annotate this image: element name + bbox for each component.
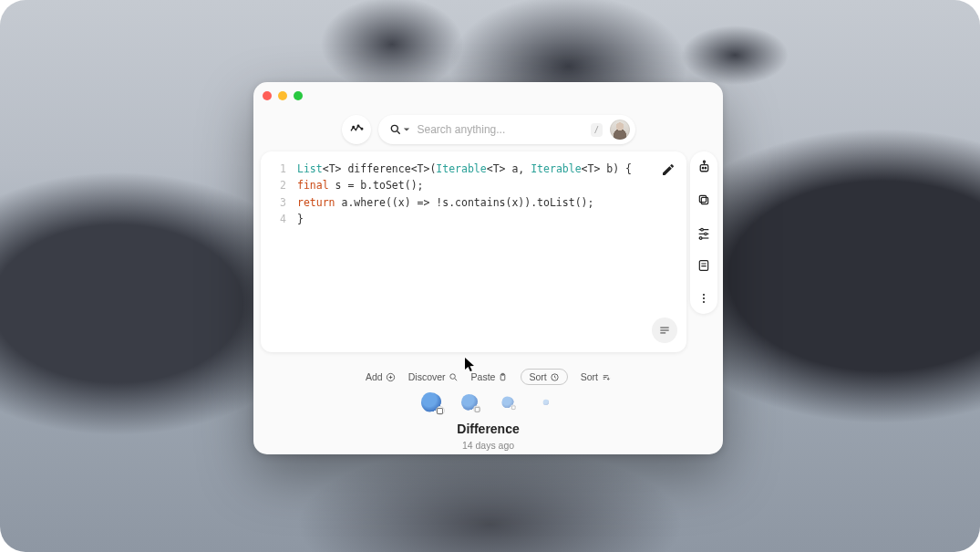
carousel-item-4[interactable] bbox=[542, 400, 549, 406]
sliders-icon bbox=[696, 225, 711, 240]
search-shortcut-hint: / bbox=[591, 123, 603, 137]
svg-point-18 bbox=[705, 233, 707, 235]
carousel-item-3[interactable] bbox=[501, 396, 513, 408]
paste-label: Paste bbox=[471, 371, 496, 382]
app-logo-button[interactable] bbox=[342, 115, 371, 144]
code-snippet-card: 1List<T> difference<T>(Iterable<T> a, It… bbox=[261, 151, 686, 352]
add-button[interactable]: Add bbox=[366, 371, 396, 382]
svg-point-0 bbox=[352, 127, 354, 129]
avatar[interactable] bbox=[610, 120, 630, 140]
search-input[interactable] bbox=[418, 123, 583, 136]
maximize-window-button[interactable] bbox=[294, 91, 303, 100]
search-icon bbox=[389, 123, 410, 136]
code-badge-icon bbox=[436, 406, 445, 415]
window-controls bbox=[263, 91, 303, 100]
discover-button[interactable]: Discover bbox=[408, 371, 459, 382]
sort-pill-label: Sort bbox=[529, 371, 546, 382]
settings-button[interactable] bbox=[694, 223, 714, 243]
svg-point-2 bbox=[361, 129, 363, 130]
mouse-cursor bbox=[465, 358, 476, 372]
note-icon bbox=[696, 258, 711, 273]
copy-icon bbox=[696, 193, 711, 207]
line-number: 1 bbox=[270, 161, 286, 177]
svg-line-31 bbox=[454, 378, 456, 380]
top-bar: / bbox=[253, 115, 723, 144]
svg-rect-21 bbox=[699, 261, 707, 271]
add-label: Add bbox=[366, 371, 383, 382]
robot-button[interactable] bbox=[694, 157, 714, 177]
plus-circle-icon bbox=[386, 372, 396, 382]
code-badge-icon bbox=[473, 405, 480, 412]
svg-rect-14 bbox=[699, 195, 706, 202]
sort-icon bbox=[601, 372, 611, 382]
clock-icon bbox=[550, 372, 560, 382]
sort-pill-button[interactable]: Sort bbox=[521, 369, 567, 385]
search-bar[interactable]: / bbox=[378, 115, 635, 144]
sparkle-icon bbox=[349, 122, 364, 137]
line-number: 2 bbox=[270, 177, 286, 193]
line-number: 4 bbox=[270, 211, 286, 227]
wrap-toggle-button[interactable] bbox=[652, 318, 677, 343]
carousel-item-1[interactable] bbox=[421, 392, 441, 412]
close-window-button[interactable] bbox=[263, 91, 272, 100]
carousel-item-2[interactable] bbox=[460, 394, 477, 411]
text-wrap-icon bbox=[658, 324, 671, 337]
code-body[interactable]: 1List<T> difference<T>(Iterable<T> a, It… bbox=[270, 161, 674, 228]
item-carousel bbox=[253, 391, 723, 414]
line-number: 3 bbox=[270, 194, 286, 211]
more-vertical-icon bbox=[696, 291, 711, 306]
sort-button[interactable]: Sort bbox=[581, 371, 611, 382]
svg-point-12 bbox=[703, 161, 705, 162]
search-small-icon bbox=[449, 372, 459, 382]
code-badge-icon bbox=[511, 404, 516, 410]
minimize-window-button[interactable] bbox=[278, 91, 287, 100]
svg-point-1 bbox=[357, 125, 359, 127]
code-line: return a.where((x) => !s.contains(x)).to… bbox=[297, 194, 593, 211]
copy-button[interactable] bbox=[694, 190, 714, 210]
svg-point-10 bbox=[705, 167, 706, 168]
paste-button[interactable]: Paste bbox=[471, 371, 509, 382]
svg-point-16 bbox=[701, 228, 704, 231]
app-window: / 1List<T> difference<T>(Iterable<T> a, … bbox=[253, 82, 723, 454]
action-row: Add Discover Paste Sort Sort bbox=[253, 369, 723, 385]
svg-point-9 bbox=[702, 167, 703, 168]
side-toolbar bbox=[690, 151, 717, 314]
discover-label: Discover bbox=[408, 371, 446, 382]
edit-button[interactable] bbox=[661, 162, 676, 177]
svg-point-30 bbox=[449, 373, 455, 379]
svg-point-3 bbox=[391, 125, 397, 131]
code-line: final s = b.toSet(); bbox=[297, 177, 423, 193]
robot-icon bbox=[696, 160, 712, 175]
code-line: } bbox=[297, 211, 304, 227]
item-subtitle: 14 days ago bbox=[253, 440, 723, 451]
svg-rect-8 bbox=[700, 164, 708, 171]
svg-point-25 bbox=[703, 297, 705, 299]
svg-point-26 bbox=[703, 301, 705, 303]
note-button[interactable] bbox=[694, 255, 714, 276]
sort-label: Sort bbox=[581, 371, 598, 382]
svg-line-4 bbox=[397, 131, 399, 134]
item-title: Difference bbox=[253, 422, 723, 436]
svg-rect-13 bbox=[701, 197, 707, 203]
svg-point-24 bbox=[703, 294, 705, 296]
code-line: List<T> difference<T>(Iterable<T> a, Ite… bbox=[297, 161, 632, 177]
more-button[interactable] bbox=[694, 288, 714, 308]
svg-point-20 bbox=[699, 237, 702, 240]
clipboard-icon bbox=[498, 372, 508, 382]
